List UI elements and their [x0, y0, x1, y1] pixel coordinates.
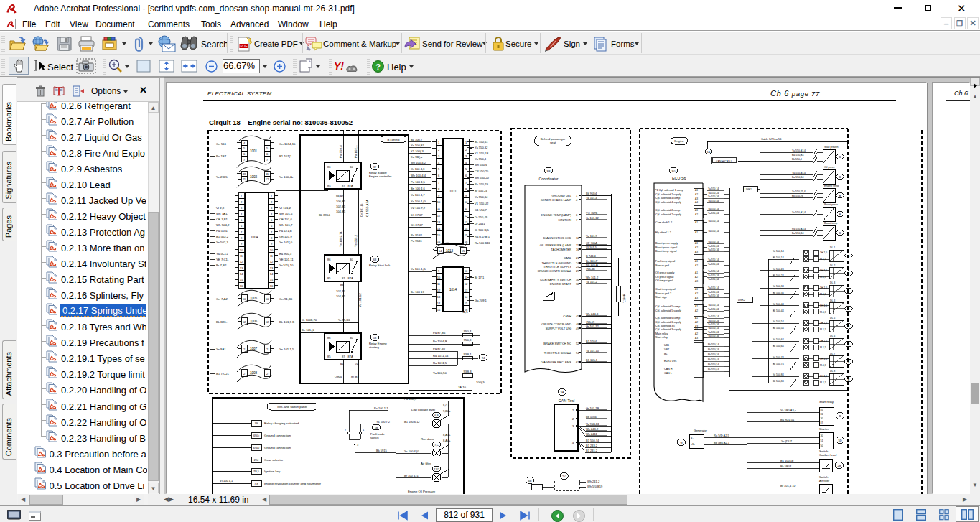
svg-text:Ya (DU7: Ya (DU7	[781, 439, 793, 443]
svg-text:Air filter: Air filter	[421, 462, 431, 465]
svg-text:W: W	[373, 165, 376, 169]
svg-text:A2: A2	[695, 332, 698, 335]
svg-text:Wh 100 4,2: Wh 100 4,2	[411, 161, 426, 164]
svg-text:14: 14	[439, 249, 442, 253]
svg-text:12: 12	[437, 214, 441, 218]
svg-text:CAN H/CAN L: CAN H/CAN L	[716, 160, 732, 163]
svg-text:Ra 1011,14: Ra 1011,14	[433, 354, 449, 358]
svg-text:Ya 550,44: Ya 550,44	[708, 200, 719, 202]
svg-text:CRUIZE CONTR SIGNAL: CRUIZE CONTR SIGNAL	[537, 269, 571, 273]
svg-text:Br 7,B2-: Br 7,B2-	[216, 264, 228, 267]
svg-text:Y1 100(,3: Y1 100(,3	[411, 149, 424, 153]
svg-text:102,B5: 102,B5	[336, 205, 346, 208]
svg-text:B1 550,74: B1 550,74	[586, 439, 599, 442]
svg-text:Ya 101,4: Ya 101,4	[586, 196, 597, 200]
svg-text:950,3: 950,3	[464, 338, 472, 342]
svg-text:Ya 100 4,(5: Ya 100 4,(5	[411, 267, 426, 271]
svg-text:Bk 550,14: Bk 550,14	[773, 256, 784, 259]
svg-text:Pa 102,1: Pa 102,1	[354, 145, 358, 158]
svg-text:Ye 101(,0: Ye 101(,0	[279, 241, 293, 244]
svg-text:T,120R: T,120R	[622, 294, 626, 303]
svg-text:YE 101,11: YE 101,11	[279, 258, 294, 261]
svg-text:Ya 550,24: Ya 550,24	[708, 245, 719, 248]
svg-text:30: 30	[350, 336, 353, 340]
svg-text:Gn 91,B6: Gn 91,B6	[279, 297, 293, 301]
svg-text:16: 16	[437, 240, 441, 243]
svg-text:Ya 550,34: Ya 550,34	[708, 195, 719, 198]
svg-text:Ye 100,4b: Ye 100,4b	[279, 175, 294, 179]
svg-text:B+: B+	[664, 353, 668, 355]
svg-text:Gn 7,A2: Gn 7,A2	[216, 297, 228, 301]
svg-text:85: 85	[821, 409, 823, 411]
svg-text:2,C: 2,C	[562, 475, 566, 478]
svg-text:12: 12	[437, 289, 441, 292]
svg-text:Ye 95,B6: Ye 95,B6	[338, 318, 350, 322]
svg-text:Ya 550,84: Ya 550,84	[773, 373, 784, 376]
svg-text:Ya 550,34: Ya 550,34	[708, 335, 719, 337]
svg-text:10: 10	[240, 248, 243, 252]
svg-text:B: B	[848, 290, 850, 293]
svg-text:UB1: UB1	[664, 344, 669, 347]
svg-text:A1: A1	[695, 288, 698, 291]
svg-text:Bn 100 13: Bn 100 13	[411, 290, 424, 294]
svg-text:Run done: Run done	[421, 437, 434, 441]
svg-text:A4: A4	[695, 201, 698, 204]
svg-text:10: 10	[465, 269, 468, 273]
svg-text:EDR1 U91: EDR1 U91	[664, 360, 677, 363]
svg-text:Ra 1011,5: Ra 1011,5	[433, 361, 447, 365]
svg-text:switch: switch	[370, 436, 379, 439]
svg-text:63: 63	[373, 258, 377, 261]
svg-text:A2: A2	[695, 321, 698, 324]
svg-text:B1 241,2: B1 241,2	[586, 449, 598, 452]
svg-text:Pa 1B7: Pa 1B7	[216, 154, 227, 158]
svg-text:7: 7	[266, 158, 269, 162]
svg-text:CANL: CANL	[564, 256, 572, 260]
svg-text:Ra R,D B(1: Ra R,D B(1	[475, 235, 490, 238]
svg-text:14: 14	[437, 302, 441, 305]
svg-text:Low coolant level: Low coolant level	[411, 408, 435, 411]
svg-text:Bk: Bk	[340, 283, 345, 286]
svg-text:50: 50	[821, 444, 823, 447]
svg-text:CANH: CANH	[563, 314, 571, 318]
svg-text:8: 8	[241, 236, 243, 240]
svg-text:Wh 101,5: Wh 101,5	[279, 212, 293, 215]
svg-text:1014: 1014	[449, 288, 457, 292]
svg-text:Bk 550,44: Bk 550,44	[773, 309, 784, 312]
svg-text:2B: 2B	[838, 464, 841, 467]
svg-text:7A,10: 7A,10	[458, 386, 467, 389]
svg-text:1: 1	[363, 428, 365, 432]
svg-text:GENER CHARG LAMP: GENER CHARG LAMP	[541, 198, 571, 202]
svg-text:7,B2: 7,B2	[434, 468, 439, 471]
svg-text:Bk 8904: Bk 8904	[319, 213, 330, 217]
svg-text:1: 1	[438, 141, 440, 144]
svg-text:ELECTRICAL SYSTEM: ELECTRICAL SYSTEM	[207, 90, 271, 97]
svg-text:Ya 550,A5,4: Ya 550,A5,4	[792, 172, 806, 174]
svg-text:2: 2	[266, 348, 269, 351]
svg-text:9: 9	[271, 242, 273, 246]
svg-text:Pa 100 1,7: Pa 100 1,7	[374, 406, 388, 410]
svg-text:Bk 550,24: Bk 550,24	[773, 274, 784, 277]
svg-text:B1 5204: B1 5204	[586, 340, 597, 343]
svg-text:Pa 87,50: Pa 87,50	[433, 347, 445, 350]
svg-text:10: 10	[270, 248, 274, 252]
svg-text:B1 243,2: B1 243,2	[586, 444, 598, 447]
svg-text:DL 8: DL 8	[830, 370, 835, 373]
svg-text:Oil press supply: Oil press supply	[655, 271, 674, 274]
svg-text:Gn 1014,15: Gn 1014,15	[279, 142, 296, 146]
svg-text:Bk 550,64: Bk 550,64	[708, 368, 719, 371]
svg-text:BL 100,7: BL 100,7	[411, 138, 423, 141]
svg-text:15: 15	[270, 278, 274, 281]
svg-text:YE 7,C1-: YE 7,C1-	[216, 258, 229, 261]
svg-text:Pa 5101: Pa 5101	[216, 229, 228, 233]
svg-text:13: 13	[437, 220, 441, 224]
svg-text:Dr 550,49: Dr 550,49	[475, 215, 488, 219]
svg-text:3: 3	[465, 154, 467, 158]
svg-text:5: 5	[243, 146, 246, 150]
svg-text:5: 5	[241, 218, 243, 222]
svg-text:12: 12	[240, 260, 243, 264]
svg-text:15: 15	[576, 243, 579, 247]
svg-text:5: 5	[438, 167, 440, 171]
svg-text:7: 7	[576, 218, 578, 222]
svg-text:16: 16	[270, 284, 274, 288]
svg-text:Wh 7A1-: Wh 7A1-	[216, 212, 228, 215]
